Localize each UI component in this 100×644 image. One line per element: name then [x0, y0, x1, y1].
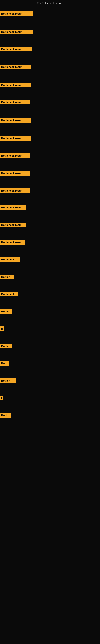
bottleneck-result-item[interactable]: Bottleneck result	[0, 153, 30, 158]
site-title: TheBottlenecker.com	[0, 0, 100, 6]
bottleneck-result-item[interactable]: Bottlen	[0, 378, 16, 383]
bottleneck-result-item[interactable]: Bottleneck result	[0, 30, 33, 34]
bottleneck-result-item[interactable]: Bottleneck result	[0, 100, 30, 104]
bottleneck-result-item[interactable]: Bot	[0, 361, 9, 366]
bottleneck-result-item[interactable]: Bottle	[0, 344, 12, 348]
bottleneck-result-item[interactable]: Bottleneck	[0, 292, 18, 296]
bottleneck-result-item[interactable]: Bottleneck result	[0, 12, 33, 16]
bottleneck-result-item[interactable]: Bottl	[0, 413, 11, 418]
bottleneck-result-item[interactable]: Bottle	[0, 309, 12, 314]
bottleneck-result-item[interactable]: Bottler	[0, 274, 14, 279]
bottleneck-result-item[interactable]: Bottleneck result	[0, 83, 31, 87]
bottleneck-result-item[interactable]: Bottleneck resu	[0, 222, 26, 227]
bottleneck-result-item[interactable]: Bottleneck	[0, 257, 20, 262]
bottleneck-result-item[interactable]: Bottleneck resu	[0, 240, 25, 244]
bottleneck-result-item[interactable]: Bottleneck result	[0, 47, 32, 51]
bottleneck-result-item[interactable]: Bottleneck resu	[0, 205, 26, 210]
bottleneck-result-item[interactable]: Bottleneck result	[0, 136, 31, 141]
bottleneck-result-item[interactable]: Bottleneck result	[0, 118, 31, 122]
bottleneck-result-item[interactable]: |	[0, 396, 3, 400]
bottleneck-result-item[interactable]: B	[0, 326, 4, 331]
bottleneck-result-item[interactable]: Bottleneck result	[0, 188, 30, 193]
bottleneck-result-item[interactable]: Bottleneck result	[0, 171, 30, 176]
bottleneck-result-item[interactable]: Bottleneck result	[0, 64, 31, 69]
